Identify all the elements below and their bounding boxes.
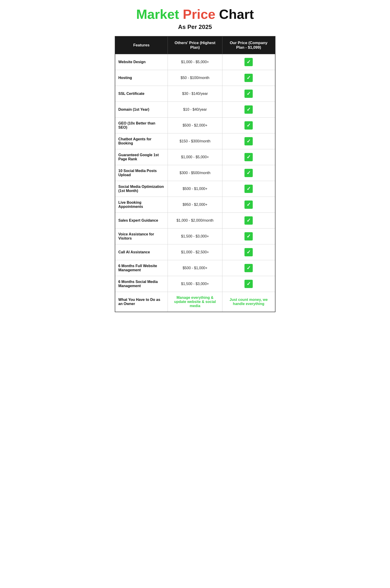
table-row: 10 Social Media Posts Upload$300 - $500/…: [115, 165, 275, 181]
our-price-cell: ✓: [222, 228, 275, 244]
page-wrapper: Market Price Chart As Per 2025 Features …: [115, 7, 275, 312]
others-price-cell: $950 - $2,000+: [168, 197, 222, 213]
feature-cell: SSL Certificate: [115, 86, 168, 102]
checkmark-icon: ✓: [244, 169, 253, 177]
feature-cell: Voice Assistance for Visitors: [115, 228, 168, 244]
others-price-cell: $1,500 - $3,000+: [168, 276, 222, 292]
checkmark-icon: ✓: [244, 232, 253, 240]
our-price-cell: ✓: [222, 165, 275, 181]
table-row: Sales Expert Guidance$1,000 - $2,000/mon…: [115, 213, 275, 228]
our-price-cell: ✓: [222, 260, 275, 276]
header-others-price: Others' Price (Highest Plan): [168, 36, 222, 54]
checkmark-icon: ✓: [244, 248, 253, 256]
our-price-cell: ✓: [222, 276, 275, 292]
checkmark-icon: ✓: [244, 264, 253, 272]
table-row: 6 Months Social Media Management$1,500 -…: [115, 276, 275, 292]
feature-cell: 6 Months Social Media Management: [115, 276, 168, 292]
checkmark-icon: ✓: [244, 74, 253, 82]
others-price-cell: $500 - $2,000+: [168, 117, 222, 133]
table-row: Social Media Optimization (1st Month)$50…: [115, 181, 275, 197]
table-row: Voice Assistance for Visitors$1,500 - $3…: [115, 228, 275, 244]
our-price-cell: ✓: [222, 149, 275, 165]
table-row: Guaranteed Google 1st Page Rank$1,000 - …: [115, 149, 275, 165]
our-price-cell: ✓: [222, 244, 275, 260]
checkmark-icon: ✓: [244, 280, 253, 288]
table-row: Live Booking Appointments$950 - $2,000+✓: [115, 197, 275, 213]
our-price-cell: ✓: [222, 86, 275, 102]
others-price-cell: Manage everything & update website & soc…: [168, 292, 222, 312]
table-row: Domain (1st Year)$10 - $40/year✓: [115, 102, 275, 117]
title-word-price: Price: [183, 7, 215, 22]
others-price-cell: $1,000 - $5,000+: [168, 149, 222, 165]
checkmark-icon: ✓: [244, 185, 253, 193]
title-section: Market Price Chart As Per 2025: [115, 7, 275, 31]
others-price-cell: $1,500 - $3,000+: [168, 228, 222, 244]
feature-cell: Call AI Assistance: [115, 244, 168, 260]
table-row: Hosting$50 - $100/month✓: [115, 70, 275, 86]
checkmark-icon: ✓: [244, 58, 253, 66]
others-price-cell: $500 - $1,000+: [168, 260, 222, 276]
our-price-cell: ✓: [222, 117, 275, 133]
checkmark-icon: ✓: [244, 153, 253, 161]
table-row: SSL Certificate$30 - $140/year✓: [115, 86, 275, 102]
others-price-cell: $30 - $140/year: [168, 86, 222, 102]
our-price-cell: ✓: [222, 102, 275, 117]
title-word-market: Market: [136, 7, 179, 22]
our-price-cell: ✓: [222, 70, 275, 86]
table-row: GEO (10x Better than SEO)$500 - $2,000+✓: [115, 117, 275, 133]
others-price-cell: $10 - $40/year: [168, 102, 222, 117]
header-row: Features Others' Price (Highest Plan) Ou…: [115, 36, 275, 54]
our-price-cell: ✓: [222, 54, 275, 70]
our-price-cell: ✓: [222, 197, 275, 213]
table-row: 6 Months Full Website Management$500 - $…: [115, 260, 275, 276]
feature-cell: Guaranteed Google 1st Page Rank: [115, 149, 168, 165]
feature-cell: Domain (1st Year): [115, 102, 168, 117]
checkmark-icon: ✓: [244, 90, 253, 98]
feature-cell: Live Booking Appointments: [115, 197, 168, 213]
price-table: Features Others' Price (Highest Plan) Ou…: [115, 36, 275, 312]
table-row: Chatbot Agents for Booking$150 - $300/mo…: [115, 133, 275, 149]
header-features: Features: [115, 36, 168, 54]
our-price-cell: ✓: [222, 133, 275, 149]
others-price-cell: $1,000 - $5,000+: [168, 54, 222, 70]
our-price-cell: ✓: [222, 213, 275, 228]
subtitle: As Per 2025: [115, 23, 275, 31]
others-price-cell: $1,000 - $2,500+: [168, 244, 222, 260]
table-header: Features Others' Price (Highest Plan) Ou…: [115, 36, 275, 54]
table-body: Website Design$1,000 - $5,000+✓Hosting$5…: [115, 54, 275, 312]
main-title: Market Price Chart: [115, 7, 275, 22]
checkmark-icon: ✓: [244, 216, 253, 225]
table-row: Website Design$1,000 - $5,000+✓: [115, 54, 275, 70]
checkmark-icon: ✓: [244, 137, 253, 145]
table-row: What You Have to Do as an OwnerManage ev…: [115, 292, 275, 312]
feature-cell: 6 Months Full Website Management: [115, 260, 168, 276]
others-price-cell: $1,000 - $2,000/month: [168, 213, 222, 228]
our-price-cell: ✓: [222, 181, 275, 197]
feature-cell: Hosting: [115, 70, 168, 86]
feature-cell: Sales Expert Guidance: [115, 213, 168, 228]
table-row: Call AI Assistance$1,000 - $2,500+✓: [115, 244, 275, 260]
title-word-chart: Chart: [219, 7, 254, 22]
others-price-cell: $50 - $100/month: [168, 70, 222, 86]
checkmark-icon: ✓: [244, 121, 253, 130]
feature-cell: Chatbot Agents for Booking: [115, 133, 168, 149]
feature-cell: 10 Social Media Posts Upload: [115, 165, 168, 181]
feature-cell: What You Have to Do as an Owner: [115, 292, 168, 312]
checkmark-icon: ✓: [244, 106, 253, 114]
feature-cell: Social Media Optimization (1st Month): [115, 181, 168, 197]
header-our-price: Our Price (Company Plan - $1,099): [222, 36, 275, 54]
checkmark-icon: ✓: [244, 201, 253, 209]
feature-cell: Website Design: [115, 54, 168, 70]
others-price-cell: $500 - $1,000+: [168, 181, 222, 197]
others-price-cell: $300 - $500/month: [168, 165, 222, 181]
our-price-cell: Just count money, we handle everything: [222, 292, 275, 312]
others-price-cell: $150 - $300/month: [168, 133, 222, 149]
feature-cell: GEO (10x Better than SEO): [115, 117, 168, 133]
